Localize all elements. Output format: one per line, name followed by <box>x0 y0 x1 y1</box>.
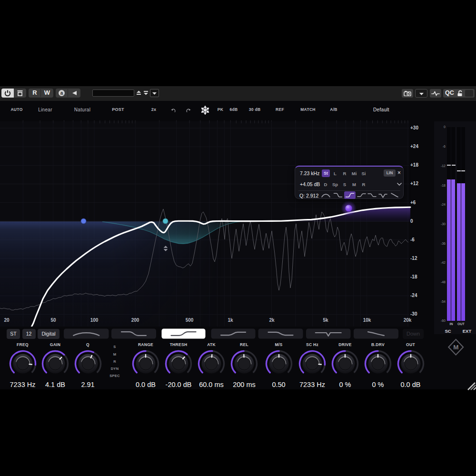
svg-text:100: 100 <box>90 317 99 323</box>
svg-text:200: 200 <box>131 317 139 323</box>
svg-text:5k: 5k <box>323 317 328 323</box>
svg-text:1k: 1k <box>228 317 233 323</box>
svg-text:20: 20 <box>4 317 10 323</box>
svg-text:50: 50 <box>50 317 56 323</box>
svg-text:M: M <box>453 344 458 351</box>
svg-text:20k: 20k <box>404 317 412 323</box>
svg-text:500: 500 <box>186 317 194 323</box>
svg-text:2k: 2k <box>269 317 275 323</box>
svg-text:10k: 10k <box>363 317 371 323</box>
